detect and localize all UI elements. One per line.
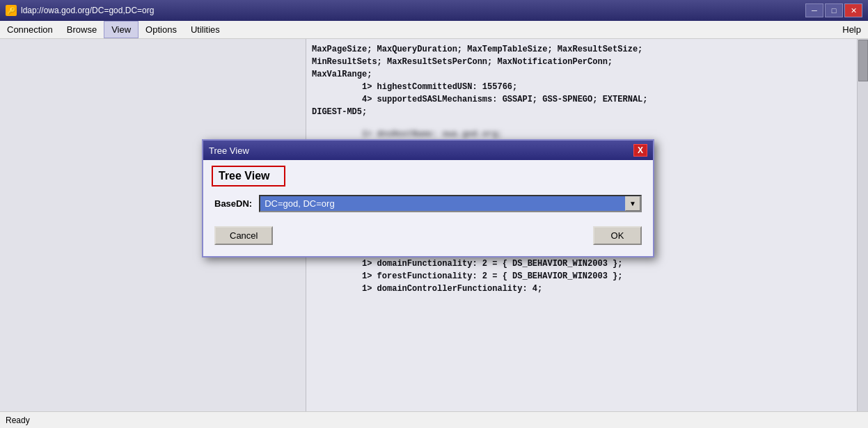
status-text: Ready (6, 415, 30, 425)
basedn-input-container: ▼ (259, 195, 642, 212)
title-bar: 🔑 ldap://owa.god.org/DC=god,DC=org ─ □ ✕ (0, 0, 868, 21)
app-icon: 🔑 (6, 5, 17, 16)
menu-item-connection[interactable]: Connection (0, 21, 60, 38)
dialog-title-bar: Tree View X (203, 141, 653, 160)
dialog-title-text: Tree View (209, 145, 249, 156)
ok-button[interactable]: OK (593, 226, 642, 245)
cancel-button[interactable]: Cancel (214, 226, 273, 245)
title-controls: ─ □ ✕ (805, 3, 862, 17)
minimize-button[interactable]: ─ (805, 3, 823, 17)
maximize-button[interactable]: □ (825, 3, 843, 17)
menu-bar: Connection Browse View Options Utilities… (0, 21, 868, 39)
menu-item-options[interactable]: Options (139, 21, 184, 38)
tree-view-label: Tree View (212, 166, 285, 187)
dialog-buttons: Cancel OK (214, 226, 642, 245)
title-text: ldap://owa.god.org/DC=god,DC=org (21, 6, 154, 15)
dialog-close-button[interactable]: X (633, 144, 647, 157)
status-bar: Ready (0, 411, 868, 428)
menu-item-utilities[interactable]: Utilities (184, 21, 227, 38)
basedn-input[interactable] (260, 196, 625, 211)
basedn-label: BaseDN: (214, 198, 252, 209)
dialog-label-container: Tree View (203, 160, 294, 189)
tree-view-dialog: Tree View X Tree View BaseDN: ▼ Cancel O… (202, 139, 654, 257)
window-close-button[interactable]: ✕ (844, 3, 862, 17)
menu-item-help[interactable]: Help (835, 21, 868, 38)
title-bar-left: 🔑 ldap://owa.god.org/DC=god,DC=org (6, 5, 154, 16)
basedn-row: BaseDN: ▼ (214, 195, 642, 212)
basedn-dropdown-button[interactable]: ▼ (625, 196, 640, 211)
menu-item-browse[interactable]: Browse (60, 21, 104, 38)
menu-item-view[interactable]: View (104, 21, 139, 38)
app-icon-glyph: 🔑 (7, 7, 15, 15)
